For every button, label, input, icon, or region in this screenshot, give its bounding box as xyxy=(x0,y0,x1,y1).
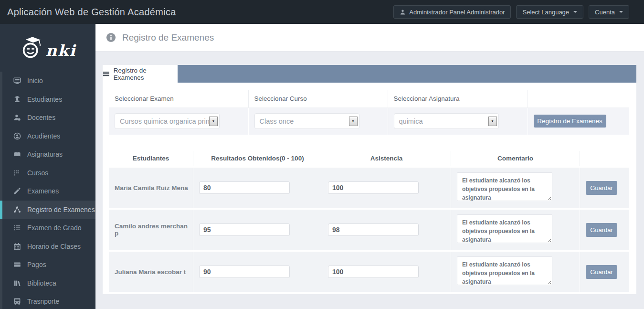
sidebar-menu: InicioEstudiantesDocentesAcudientesAsign… xyxy=(0,72,95,309)
page-title: Registro de Examenes xyxy=(122,32,214,43)
sidebar-item-estudiantes[interactable]: Estudiantes xyxy=(0,90,95,109)
course-select-value: Class once xyxy=(255,117,349,125)
app-logo[interactable]: nki xyxy=(0,24,95,72)
sidebar-item-asignaturas[interactable]: Asignaturas xyxy=(0,145,95,164)
column-header-comentario: Comentario xyxy=(451,151,580,166)
filter-label-exam: Seleccionar Examen xyxy=(109,90,248,107)
sidebar-item-label: Asignaturas xyxy=(27,150,63,158)
logo-text: nki xyxy=(46,42,76,60)
sidebar-item-registro-de-examenes[interactable]: Registro de Examenes xyxy=(0,201,95,219)
filter-label-course: Seleccionar Curso xyxy=(248,90,388,107)
comment-textarea[interactable]: El estudiante alcanzó los objetivos prop… xyxy=(457,172,552,201)
sidebar-item-examen-de-grado[interactable]: Examen de Grado xyxy=(0,219,95,237)
sidebar-item-label: Cursos xyxy=(27,169,48,177)
courses-icon xyxy=(13,169,22,177)
table-row: Juliana Maria escobar tEl estudiante alc… xyxy=(109,250,629,292)
pencil-icon xyxy=(13,187,22,195)
sidebar-item-pagos[interactable]: Pagos xyxy=(0,256,95,274)
result-input[interactable] xyxy=(199,224,290,236)
app-title: Aplicación Web de Gestión Académica xyxy=(7,7,176,18)
menu-icon xyxy=(103,70,110,77)
save-button[interactable]: Guardar xyxy=(586,265,617,279)
course-select[interactable]: Class once ▼ xyxy=(254,113,359,129)
sidebar-item-inicio[interactable]: Inicio xyxy=(0,72,95,90)
admin-panel-button[interactable]: Administrador Panel Administrador xyxy=(393,5,511,19)
topbar: Aplicación Web de Gestión Académica Admi… xyxy=(0,0,644,24)
tab-bar: Registro de Examenes xyxy=(103,65,636,83)
result-cell xyxy=(193,166,322,208)
tab-panel: Seleccionar Examen Seleccionar Curso Sel… xyxy=(103,83,636,294)
column-header-asistencia: Asistencia xyxy=(322,151,451,166)
tab-label: Registro de Examenes xyxy=(114,67,178,81)
subject-select[interactable]: quimica ▼ xyxy=(394,113,499,129)
registro-de-examenes-button[interactable]: Registro de Examenes xyxy=(534,115,606,128)
result-cell xyxy=(193,208,322,250)
sidebar-item-label: Biblioteca xyxy=(27,279,56,287)
student-name: Maria Camila Ruiz Mena xyxy=(109,184,188,192)
attendance-input[interactable] xyxy=(328,266,419,278)
student-cell: Camilo andres merchan p xyxy=(109,208,193,250)
sidebar-item-biblioteca[interactable]: Biblioteca xyxy=(0,274,95,293)
sidebar-item-label: Examen de Grado xyxy=(27,224,82,232)
save-button[interactable]: Guardar xyxy=(586,223,617,237)
caret-down-icon xyxy=(573,11,577,13)
student-name: Juliana Maria escobar t xyxy=(109,268,186,276)
comment-cell: El estudiante alcanzó los objetivos prop… xyxy=(451,208,580,250)
share-nodes-icon xyxy=(13,206,22,213)
attendance-cell xyxy=(322,166,451,208)
info-icon xyxy=(106,32,116,43)
sidebar-item-label: Registro de Examenes xyxy=(27,206,95,213)
comment-textarea[interactable]: El estudiante alcanzó los objetivos prop… xyxy=(457,256,552,285)
sidebar-item-label: Horario de Clases xyxy=(27,243,81,250)
teacher-icon xyxy=(13,114,22,121)
main-area: Registro de Examenes Registro de Examene… xyxy=(95,0,644,294)
sidebar-item-horario-de-clases[interactable]: Horario de Clases xyxy=(0,237,95,256)
select-language-button[interactable]: Select Language xyxy=(516,5,583,19)
save-button[interactable]: Guardar xyxy=(586,181,617,195)
comment-cell: El estudiante alcanzó los objetivos prop… xyxy=(451,166,580,208)
dropdown-arrow-icon[interactable]: ▼ xyxy=(488,117,497,126)
result-input[interactable] xyxy=(199,181,290,194)
sidebar-item-trasnporte[interactable]: Trasnporte xyxy=(0,292,95,309)
exam-select[interactable]: Cursos quimica organica prin ▼ xyxy=(115,113,220,129)
account-button[interactable]: Cuenta xyxy=(589,5,629,19)
column-header-actions xyxy=(580,151,629,166)
attendance-input[interactable] xyxy=(328,181,419,194)
filters-table: Seleccionar Examen Seleccionar Curso Sel… xyxy=(109,90,629,135)
user-icon xyxy=(400,9,406,15)
sidebar-item-examenes[interactable]: Examenes xyxy=(0,182,95,201)
student-icon xyxy=(13,96,22,103)
calendar-icon xyxy=(13,243,22,250)
filter-submit-cell: Registro de Examenes xyxy=(528,107,629,135)
sidebar-item-label: Estudiantes xyxy=(27,96,62,103)
table-row: Maria Camila Ruiz MenaEl estudiante alca… xyxy=(109,166,629,208)
bus-icon xyxy=(13,298,22,305)
dropdown-arrow-icon[interactable]: ▼ xyxy=(349,117,358,126)
comment-cell: El estudiante alcanzó los objetivos prop… xyxy=(451,250,580,292)
library-icon xyxy=(13,279,22,287)
dropdown-arrow-icon[interactable]: ▼ xyxy=(209,117,218,126)
column-header-estudiantes: Estudiantes xyxy=(109,151,193,166)
table-row: Camilo andres merchan pEl estudiante alc… xyxy=(109,208,629,250)
attendance-cell xyxy=(322,250,451,292)
enki-logo-icon xyxy=(20,36,45,60)
subject-select-cell: quimica ▼ xyxy=(388,107,528,135)
action-cell: Guardar xyxy=(580,166,629,208)
column-header-resultados: Resultados Obtenidos(0 - 100) xyxy=(193,151,322,166)
comment-textarea[interactable]: El estudiante alcanzó los objetivos prop… xyxy=(457,214,552,243)
sidebar-item-cursos[interactable]: Cursos xyxy=(0,164,95,182)
sidebar-item-acudientes[interactable]: Acudientes xyxy=(0,127,95,146)
tab-registro-de-examenes[interactable]: Registro de Examenes xyxy=(103,65,178,83)
sidebar-item-docentes[interactable]: Docentes xyxy=(0,108,95,127)
result-cell xyxy=(193,250,322,292)
action-cell: Guardar xyxy=(580,250,629,292)
filter-label-subject: Seleccionar Asignatura xyxy=(388,90,528,107)
topbar-actions: Administrador Panel Administrador Select… xyxy=(393,5,629,19)
result-input[interactable] xyxy=(199,266,290,278)
attendance-input[interactable] xyxy=(328,224,419,236)
student-name: Camilo andres merchan p xyxy=(109,223,193,237)
sidebar-item-label: Docentes xyxy=(27,114,55,121)
attendance-cell xyxy=(322,208,451,250)
page-header: Registro de Examenes xyxy=(95,24,644,52)
exam-select-cell: Cursos quimica organica prin ▼ xyxy=(109,107,248,135)
